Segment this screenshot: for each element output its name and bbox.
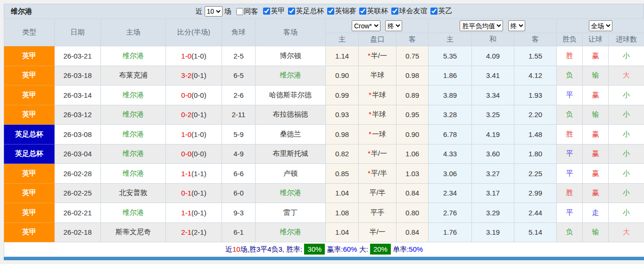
odds-away-cell: 0.84 [396,222,429,242]
corner-cell: 2-11 [222,105,256,125]
summary-segment: 单率: [393,245,409,253]
handicap-result-cell: 输 [583,222,609,242]
odds-away-cell: 0.80 [396,203,429,223]
result-cell: 负 [557,222,583,242]
league-filter-英乙[interactable]: 英乙 [428,7,453,16]
handicap-result-cell: 赢 [583,183,609,203]
avg-away-cell: 1.93 [514,85,557,105]
avg-draw-cell: 3.60 [472,144,514,164]
avg-type-select[interactable]: 胜平负均值 [460,20,503,31]
odds-company-select[interactable]: Crow* [352,20,380,31]
score-cell: 0-0(0-0) [166,144,222,164]
avg-away-cell: 1.48 [514,125,557,145]
handicap-cell: 半/一 [359,222,396,242]
goals-result-cell: 小 [609,46,644,66]
date-cell: 26-02-18 [55,222,101,242]
league-cell: 英甲 [4,105,55,125]
odds-home-cell: 0.85 [326,164,359,184]
league-cell: 英甲 [4,183,55,203]
col-header-score: 比分(半场) [166,19,222,46]
league-cell: 英甲 [4,46,55,66]
odds-away-cell: 1.06 [396,144,429,164]
avg-away-cell: 2.20 [514,105,557,125]
same-away-checkbox[interactable] [236,8,243,15]
handicap-cell: *半球 [359,105,396,125]
score-cell: 2-1(2-1) [166,222,222,242]
away-team-cell: 桑德兰 [256,125,326,145]
subcol-goals: 进球数 [609,33,644,46]
home-team-cell: 维尔港 [101,203,166,223]
league-checkbox[interactable] [288,8,295,15]
date-cell: 26-03-08 [55,125,101,145]
avg-draw-cell: 4.19 [472,125,514,145]
avg-home-cell: 3.06 [429,164,472,184]
handicap-cell: 平手 [359,203,396,223]
odds-home-cell: 0.98 [326,125,359,145]
corner-cell: 4-9 [222,144,256,164]
odds-away-cell: 1.03 [396,164,429,184]
result-cell: 胜 [557,46,583,66]
date-cell: 26-02-21 [55,203,101,223]
league-filter-英足总杯[interactable]: 英足总杯 [285,7,324,16]
score-cell: 0-0(0-0) [166,85,222,105]
recent-count-select[interactable]: 10 [205,6,223,17]
avg-away-cell: 5.14 [514,222,557,242]
scope-select[interactable]: 全场 [589,20,612,31]
subcol-odds-away: 客 [396,33,429,46]
odds-home-cell: 0.93 [326,105,359,125]
date-cell: 26-02-28 [55,164,101,184]
goals-result-cell: 小 [609,105,644,125]
summary-segment: 20% [370,244,391,255]
avg-draw-cell: 3.27 [472,164,514,184]
result-cell: 负 [557,105,583,125]
result-cell: 胜 [557,183,583,203]
league-label: 英甲 [271,7,285,16]
league-filter-英甲[interactable]: 英甲 [260,7,285,16]
league-filter-英锦赛[interactable]: 英锦赛 [324,7,356,16]
same-away-toggle[interactable]: 同客 [233,7,258,16]
odds-away-cell: 0.95 [396,105,429,125]
subcol-result: 胜负 [557,33,583,46]
league-cell: 英足总杯 [4,144,55,164]
league-checkbox[interactable] [430,8,438,15]
league-filter-英联杯[interactable]: 英联杯 [356,7,388,16]
odds-home-cell: 1.08 [326,203,359,223]
league-checkbox[interactable] [391,8,398,15]
league-cell: 英甲 [4,85,55,105]
summary-segment: 赢率: [327,245,343,253]
handicap-cell: 平/半 [359,183,396,203]
odds-time-select[interactable]: 终 [385,20,402,31]
avg-away-cell: 2.25 [514,164,557,184]
avg-draw-cell: 3.29 [472,203,514,223]
avg-home-cell: 1.76 [429,222,472,242]
league-checkbox[interactable] [359,8,366,15]
col-header-corner: 角球 [222,19,256,46]
home-team-cell: 维尔港 [101,105,166,125]
handicap-result-cell: 赢 [583,164,609,184]
subcol-avg-away: 客 [514,33,557,46]
league-label: 球会友谊 [399,7,428,16]
date-cell: 26-03-14 [55,85,101,105]
avg-home-cell: 2.34 [429,183,472,203]
odds-home-cell: 1.04 [326,222,359,242]
away-team-cell: 维尔港 [256,183,326,203]
date-cell: 26-03-12 [55,105,101,125]
league-checkbox[interactable] [263,8,270,15]
avg-draw-cell: 3.41 [472,66,514,85]
col-header-home: 主场 [101,19,166,46]
league-filter-球会友谊[interactable]: 球会友谊 [388,7,428,16]
result-cell: 平 [557,144,583,164]
avg-home-cell: 3.28 [429,105,472,125]
handicap-result-cell: 赢 [583,125,609,145]
league-checkbox[interactable] [327,8,334,15]
avg-time-select[interactable]: 终 [508,20,525,31]
recent-label: 近 [196,7,203,16]
col-header-type: 类型 [4,19,55,46]
odds-home-cell: 0.90 [326,66,359,85]
subcol-odds-home: 主 [326,33,359,46]
avg-draw-cell: 3.25 [472,105,514,125]
goals-result-cell: 大 [609,222,644,242]
home-team-cell: 北安普敦 [101,183,166,203]
goals-result-cell: 小 [609,203,644,223]
league-cell: 英甲 [4,66,55,85]
